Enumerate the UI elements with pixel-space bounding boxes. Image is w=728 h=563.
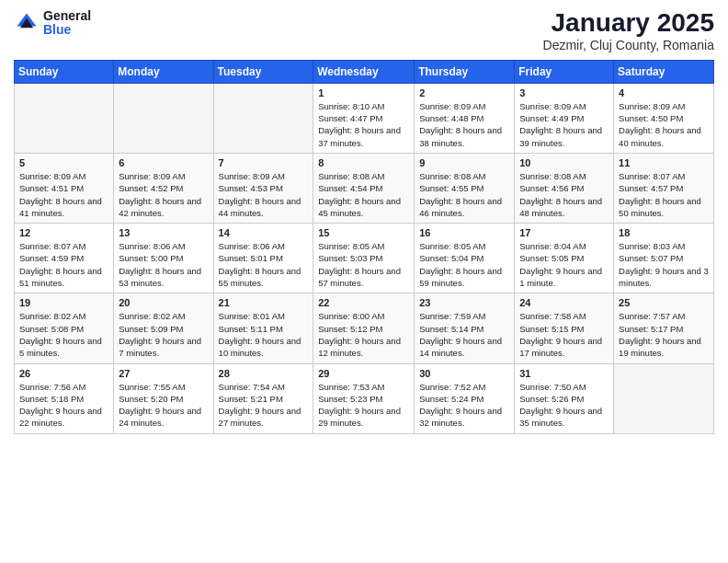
calendar-cell: 19Sunrise: 8:02 AMSunset: 5:08 PMDayligh… xyxy=(15,293,114,363)
calendar-cell: 1Sunrise: 8:10 AMSunset: 4:47 PMDaylight… xyxy=(313,83,415,153)
calendar-cell: 30Sunrise: 7:52 AMSunset: 5:24 PMDayligh… xyxy=(415,363,515,433)
day-info: Sunrise: 8:05 AMSunset: 5:04 PMDaylight:… xyxy=(419,240,509,289)
day-info: Sunrise: 8:02 AMSunset: 5:08 PMDaylight:… xyxy=(19,310,108,359)
day-info: Sunrise: 7:59 AMSunset: 5:14 PMDaylight:… xyxy=(419,310,509,359)
day-number: 6 xyxy=(119,157,208,168)
calendar-body: 1Sunrise: 8:10 AMSunset: 4:47 PMDaylight… xyxy=(15,83,714,433)
weekday-row: SundayMondayTuesdayWednesdayThursdayFrid… xyxy=(15,60,714,83)
calendar-cell: 26Sunrise: 7:56 AMSunset: 5:18 PMDayligh… xyxy=(15,363,114,433)
calendar-cell: 11Sunrise: 8:07 AMSunset: 4:57 PMDayligh… xyxy=(614,153,714,223)
calendar-header: SundayMondayTuesdayWednesdayThursdayFrid… xyxy=(15,60,714,83)
header: General Blue January 2025 Dezmir, Cluj C… xyxy=(14,9,714,52)
calendar-cell: 9Sunrise: 8:08 AMSunset: 4:55 PMDaylight… xyxy=(415,153,515,223)
month-title: January 2025 xyxy=(543,9,714,38)
day-number: 19 xyxy=(19,297,108,308)
weekday-header-monday: Monday xyxy=(114,60,213,83)
day-number: 24 xyxy=(519,297,609,308)
location-title: Dezmir, Cluj County, Romania xyxy=(543,38,714,52)
day-info: Sunrise: 8:05 AMSunset: 5:03 PMDaylight:… xyxy=(318,240,409,289)
day-info: Sunrise: 7:52 AMSunset: 5:24 PMDaylight:… xyxy=(419,381,509,430)
day-info: Sunrise: 8:00 AMSunset: 5:12 PMDaylight:… xyxy=(318,310,409,359)
day-number: 26 xyxy=(19,368,108,379)
calendar-week-4: 19Sunrise: 8:02 AMSunset: 5:08 PMDayligh… xyxy=(15,293,714,363)
calendar-cell: 2Sunrise: 8:09 AMSunset: 4:48 PMDaylight… xyxy=(415,83,515,153)
calendar-cell: 17Sunrise: 8:04 AMSunset: 5:05 PMDayligh… xyxy=(515,224,614,293)
day-number: 8 xyxy=(318,157,409,168)
day-info: Sunrise: 7:53 AMSunset: 5:23 PMDaylight:… xyxy=(318,381,409,430)
day-number: 22 xyxy=(318,297,409,308)
calendar-week-3: 12Sunrise: 8:07 AMSunset: 4:59 PMDayligh… xyxy=(15,224,714,293)
weekday-header-sunday: Sunday xyxy=(15,60,114,83)
day-info: Sunrise: 8:09 AMSunset: 4:51 PMDaylight:… xyxy=(19,170,108,219)
day-number: 2 xyxy=(419,87,509,98)
day-info: Sunrise: 8:09 AMSunset: 4:50 PMDaylight:… xyxy=(619,100,709,149)
day-info: Sunrise: 7:56 AMSunset: 5:18 PMDaylight:… xyxy=(19,381,108,430)
calendar-cell: 24Sunrise: 7:58 AMSunset: 5:15 PMDayligh… xyxy=(515,293,614,363)
logo-text: General Blue xyxy=(43,9,91,38)
day-info: Sunrise: 8:09 AMSunset: 4:52 PMDaylight:… xyxy=(119,170,208,219)
page: General Blue January 2025 Dezmir, Cluj C… xyxy=(0,0,728,563)
calendar-cell: 25Sunrise: 7:57 AMSunset: 5:17 PMDayligh… xyxy=(614,293,714,363)
day-info: Sunrise: 8:04 AMSunset: 5:05 PMDaylight:… xyxy=(519,240,609,289)
day-number: 12 xyxy=(19,227,108,238)
calendar-table: SundayMondayTuesdayWednesdayThursdayFrid… xyxy=(14,60,714,434)
day-info: Sunrise: 7:55 AMSunset: 5:20 PMDaylight:… xyxy=(119,381,208,430)
day-number: 25 xyxy=(619,297,709,308)
calendar-cell: 10Sunrise: 8:08 AMSunset: 4:56 PMDayligh… xyxy=(515,153,614,223)
day-number: 18 xyxy=(619,227,709,238)
day-info: Sunrise: 8:06 AMSunset: 5:00 PMDaylight:… xyxy=(119,240,208,289)
day-number: 15 xyxy=(318,227,409,238)
calendar-cell: 18Sunrise: 8:03 AMSunset: 5:07 PMDayligh… xyxy=(614,224,714,293)
calendar-cell: 23Sunrise: 7:59 AMSunset: 5:14 PMDayligh… xyxy=(415,293,515,363)
day-number: 14 xyxy=(219,227,309,238)
calendar-cell: 5Sunrise: 8:09 AMSunset: 4:51 PMDaylight… xyxy=(15,153,114,223)
calendar-cell: 8Sunrise: 8:08 AMSunset: 4:54 PMDaylight… xyxy=(313,153,415,223)
day-number: 3 xyxy=(519,87,609,98)
weekday-header-friday: Friday xyxy=(515,60,614,83)
day-info: Sunrise: 7:57 AMSunset: 5:17 PMDaylight:… xyxy=(619,310,709,359)
title-block: January 2025 Dezmir, Cluj County, Romani… xyxy=(543,9,714,52)
logo-icon xyxy=(14,10,40,36)
day-info: Sunrise: 8:10 AMSunset: 4:47 PMDaylight:… xyxy=(318,100,409,149)
calendar-cell: 21Sunrise: 8:01 AMSunset: 5:11 PMDayligh… xyxy=(213,293,313,363)
day-number: 21 xyxy=(219,297,309,308)
logo-general: General xyxy=(43,9,91,23)
day-info: Sunrise: 7:58 AMSunset: 5:15 PMDaylight:… xyxy=(519,310,609,359)
weekday-header-saturday: Saturday xyxy=(614,60,714,83)
day-number: 23 xyxy=(419,297,509,308)
day-number: 13 xyxy=(119,227,208,238)
calendar-cell: 7Sunrise: 8:09 AMSunset: 4:53 PMDaylight… xyxy=(213,153,313,223)
weekday-header-wednesday: Wednesday xyxy=(313,60,415,83)
calendar-cell: 28Sunrise: 7:54 AMSunset: 5:21 PMDayligh… xyxy=(213,363,313,433)
day-number: 10 xyxy=(519,157,609,168)
day-info: Sunrise: 8:09 AMSunset: 4:53 PMDaylight:… xyxy=(219,170,309,219)
calendar-week-1: 1Sunrise: 8:10 AMSunset: 4:47 PMDaylight… xyxy=(15,83,714,153)
day-info: Sunrise: 8:07 AMSunset: 4:59 PMDaylight:… xyxy=(19,240,108,289)
calendar-cell xyxy=(114,83,213,153)
calendar-cell: 13Sunrise: 8:06 AMSunset: 5:00 PMDayligh… xyxy=(114,224,213,293)
day-number: 5 xyxy=(19,157,108,168)
calendar-week-2: 5Sunrise: 8:09 AMSunset: 4:51 PMDaylight… xyxy=(15,153,714,223)
calendar-cell: 31Sunrise: 7:50 AMSunset: 5:26 PMDayligh… xyxy=(515,363,614,433)
calendar-cell: 16Sunrise: 8:05 AMSunset: 5:04 PMDayligh… xyxy=(415,224,515,293)
calendar-cell: 20Sunrise: 8:02 AMSunset: 5:09 PMDayligh… xyxy=(114,293,213,363)
day-info: Sunrise: 8:08 AMSunset: 4:54 PMDaylight:… xyxy=(318,170,409,219)
day-info: Sunrise: 8:01 AMSunset: 5:11 PMDaylight:… xyxy=(219,310,309,359)
weekday-header-thursday: Thursday xyxy=(415,60,515,83)
day-info: Sunrise: 8:03 AMSunset: 5:07 PMDaylight:… xyxy=(619,240,709,289)
calendar-cell: 22Sunrise: 8:00 AMSunset: 5:12 PMDayligh… xyxy=(313,293,415,363)
day-info: Sunrise: 8:06 AMSunset: 5:01 PMDaylight:… xyxy=(219,240,309,289)
calendar-cell: 15Sunrise: 8:05 AMSunset: 5:03 PMDayligh… xyxy=(313,224,415,293)
day-info: Sunrise: 7:50 AMSunset: 5:26 PMDaylight:… xyxy=(519,381,609,430)
day-number: 1 xyxy=(318,87,409,98)
logo: General Blue xyxy=(14,9,91,38)
day-info: Sunrise: 8:09 AMSunset: 4:49 PMDaylight:… xyxy=(519,100,609,149)
day-info: Sunrise: 8:07 AMSunset: 4:57 PMDaylight:… xyxy=(619,170,709,219)
calendar-cell: 27Sunrise: 7:55 AMSunset: 5:20 PMDayligh… xyxy=(114,363,213,433)
day-info: Sunrise: 8:08 AMSunset: 4:56 PMDaylight:… xyxy=(519,170,609,219)
day-info: Sunrise: 8:09 AMSunset: 4:48 PMDaylight:… xyxy=(419,100,509,149)
calendar-cell xyxy=(213,83,313,153)
calendar-cell xyxy=(614,363,714,433)
calendar-cell: 12Sunrise: 8:07 AMSunset: 4:59 PMDayligh… xyxy=(15,224,114,293)
day-info: Sunrise: 8:02 AMSunset: 5:09 PMDaylight:… xyxy=(119,310,208,359)
